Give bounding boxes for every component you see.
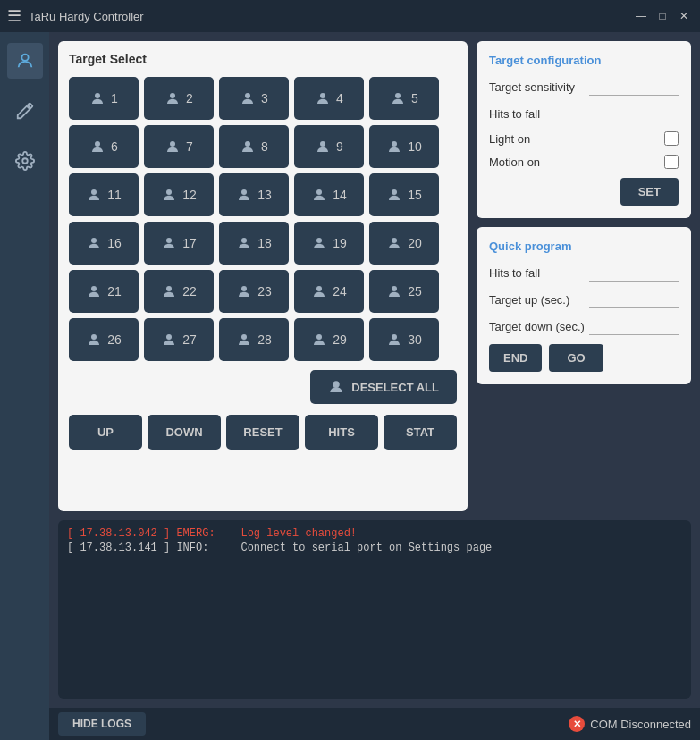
svg-point-1 (22, 158, 28, 164)
target-btn-14[interactable]: 14 (294, 173, 364, 216)
target-row-6: 26 27 28 29 30 (69, 318, 457, 361)
sidebar-item-settings[interactable] (7, 143, 43, 179)
target-btn-8[interactable]: 8 (219, 125, 289, 168)
target-btn-10[interactable]: 10 (369, 125, 439, 168)
up-button[interactable]: UP (69, 415, 142, 450)
svg-point-19 (241, 238, 247, 243)
minimize-button[interactable]: — (632, 7, 650, 25)
app-title: TaRu Hardy Controller (29, 10, 144, 23)
light-on-checkbox[interactable] (664, 131, 679, 146)
target-btn-19[interactable]: 19 (294, 222, 364, 265)
qp-hits-input[interactable] (589, 264, 679, 282)
panels: Target Select 1 2 3 4 (49, 32, 700, 520)
svg-point-21 (392, 238, 397, 243)
sidebar-item-user[interactable] (7, 43, 43, 79)
svg-point-18 (166, 238, 172, 243)
svg-point-22 (91, 286, 97, 291)
go-button[interactable]: GO (549, 344, 603, 372)
target-row-4: 16 17 18 19 20 (69, 222, 457, 265)
close-button[interactable]: ✕ (675, 7, 693, 25)
deselect-row: DESELECT ALL (69, 370, 457, 404)
target-btn-22[interactable]: 22 (144, 270, 214, 313)
target-grid: 1 2 3 4 5 (69, 77, 457, 361)
qp-down-input[interactable] (589, 317, 679, 335)
down-button[interactable]: DOWN (148, 415, 221, 450)
log-area[interactable]: [ 17.38.13.042 ] EMERG: Log level change… (58, 520, 691, 699)
target-btn-6[interactable]: 6 (69, 125, 139, 168)
motion-on-label: Motion on (489, 156, 540, 169)
hits-to-fall-row: Hits to fall (489, 105, 679, 122)
svg-point-11 (392, 141, 397, 147)
svg-point-27 (91, 334, 97, 340)
bottom-bar: HIDE LOGS ✕ COM Disconnected (49, 708, 700, 740)
target-btn-21[interactable]: 21 (69, 270, 139, 313)
svg-point-12 (91, 189, 97, 195)
svg-point-28 (166, 334, 172, 340)
light-on-row: Light on (489, 131, 679, 146)
qp-up-label: Target up (sec.) (489, 293, 569, 307)
target-btn-17[interactable]: 17 (144, 222, 214, 265)
target-btn-24[interactable]: 24 (294, 270, 364, 313)
quick-program-title: Quick program (489, 240, 679, 253)
target-panel-title: Target Select (69, 52, 457, 66)
set-button[interactable]: SET (620, 178, 679, 206)
target-btn-28[interactable]: 28 (219, 318, 289, 361)
target-btn-18[interactable]: 18 (219, 222, 289, 265)
target-btn-25[interactable]: 25 (369, 270, 439, 313)
qp-up-input[interactable] (589, 290, 679, 308)
target-btn-11[interactable]: 11 (69, 173, 139, 216)
qp-hits-label: Hits to fall (489, 266, 540, 280)
svg-point-23 (166, 286, 172, 291)
target-row-2: 6 7 8 9 10 (69, 125, 457, 168)
qp-buttons-row: END GO (489, 344, 679, 372)
sensitivity-label: Target sensitivity (489, 80, 575, 94)
target-btn-27[interactable]: 27 (144, 318, 214, 361)
target-row-5: 21 22 23 24 25 (69, 270, 457, 313)
target-btn-30[interactable]: 30 (369, 318, 439, 361)
svg-point-30 (316, 334, 322, 340)
target-btn-1[interactable]: 1 (69, 77, 139, 120)
sensitivity-input[interactable] (589, 78, 679, 96)
deselect-all-button[interactable]: DESELECT ALL (310, 370, 457, 404)
svg-point-17 (91, 238, 97, 243)
svg-point-6 (395, 93, 401, 98)
target-row-1: 1 2 3 4 5 (69, 77, 457, 120)
app-body: Target Select 1 2 3 4 (0, 32, 700, 740)
motion-on-row: Motion on (489, 155, 679, 169)
motion-on-checkbox[interactable] (664, 155, 679, 169)
target-btn-29[interactable]: 29 (294, 318, 364, 361)
target-btn-7[interactable]: 7 (144, 125, 214, 168)
hide-logs-button[interactable]: HIDE LOGS (58, 712, 146, 736)
target-btn-5[interactable]: 5 (369, 77, 439, 120)
action-row: UP DOWN RESET HITS STAT (69, 415, 457, 450)
target-config-box: Target configuration Target sensitivity … (477, 41, 691, 218)
svg-point-16 (392, 189, 397, 195)
hamburger-icon[interactable]: ☰ (7, 6, 21, 26)
target-btn-4[interactable]: 4 (294, 77, 364, 120)
target-btn-15[interactable]: 15 (369, 173, 439, 216)
target-btn-26[interactable]: 26 (69, 318, 139, 361)
com-status-label: COM Disconnected (590, 718, 691, 731)
end-button[interactable]: END (489, 344, 542, 372)
maximize-button[interactable]: □ (654, 7, 671, 25)
target-btn-16[interactable]: 16 (69, 222, 139, 265)
target-btn-3[interactable]: 3 (219, 77, 289, 120)
target-btn-20[interactable]: 20 (369, 222, 439, 265)
target-btn-2[interactable]: 2 (144, 77, 214, 120)
svg-point-7 (95, 141, 100, 147)
sidebar-item-edit[interactable] (7, 93, 43, 129)
hits-button[interactable]: HITS (305, 415, 378, 450)
stat-button[interactable]: STAT (384, 415, 457, 450)
svg-point-10 (320, 141, 325, 147)
target-btn-13[interactable]: 13 (219, 173, 289, 216)
sensitivity-row: Target sensitivity (489, 78, 679, 96)
svg-point-3 (170, 93, 175, 98)
target-btn-9[interactable]: 9 (294, 125, 364, 168)
reset-button[interactable]: RESET (226, 415, 299, 450)
target-btn-23[interactable]: 23 (219, 270, 289, 313)
target-btn-12[interactable]: 12 (144, 173, 214, 216)
com-status: ✕ COM Disconnected (569, 716, 691, 732)
title-bar: ☰ TaRu Hardy Controller — □ ✕ (0, 0, 700, 32)
target-panel: Target Select 1 2 3 4 (58, 41, 468, 511)
hits-to-fall-input[interactable] (589, 105, 679, 122)
